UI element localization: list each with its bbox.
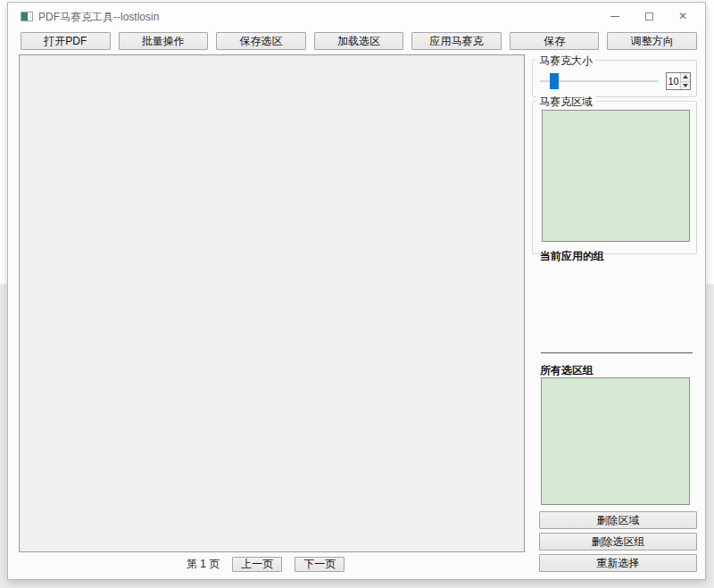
mosaic-size-slider[interactable] bbox=[540, 71, 659, 91]
close-button[interactable]: ✕ bbox=[666, 3, 700, 29]
spin-down-icon bbox=[683, 84, 688, 87]
spin-up-button[interactable] bbox=[681, 73, 690, 81]
mosaic-area-label: 马赛克区域 bbox=[536, 95, 595, 110]
minimize-button[interactable] bbox=[598, 3, 632, 29]
title-bar: PDF马赛克工具--lostlosin ✕ bbox=[8, 3, 705, 29]
maximize-icon bbox=[645, 12, 653, 21]
slider-handle[interactable] bbox=[550, 73, 559, 89]
mosaic-size-value: 10 bbox=[667, 73, 680, 89]
page-indicator: 第 1 页 bbox=[187, 557, 220, 572]
spinner-arrows bbox=[680, 73, 690, 89]
minimize-icon bbox=[610, 16, 619, 17]
batch-operation-button[interactable]: 批量操作 bbox=[119, 32, 209, 50]
delete-group-button[interactable]: 删除选区组 bbox=[539, 533, 697, 551]
selection-groups-list[interactable] bbox=[541, 377, 690, 505]
apply-mosaic-button[interactable]: 应用马赛克 bbox=[411, 32, 502, 50]
save-selection-button[interactable]: 保存选区 bbox=[216, 32, 306, 50]
window-controls: ✕ bbox=[598, 3, 700, 29]
load-selection-button[interactable]: 加载选区 bbox=[314, 32, 404, 50]
pdf-preview-canvas[interactable] bbox=[19, 54, 525, 552]
mosaic-size-spinbox[interactable]: 10 bbox=[666, 72, 691, 90]
spin-up-icon bbox=[683, 75, 688, 79]
save-button[interactable]: 保存 bbox=[510, 32, 600, 50]
spin-down-button[interactable] bbox=[681, 81, 690, 90]
adjust-orientation-button[interactable]: 调整方向 bbox=[607, 32, 697, 50]
toolbar: 打开PDF 批量操作 保存选区 加载选区 应用马赛克 保存 调整方向 bbox=[21, 32, 697, 50]
app-icon bbox=[21, 12, 33, 21]
mosaic-size-group: 马赛克大小 10 bbox=[532, 60, 697, 97]
window-title: PDF马赛克工具--lostlosin bbox=[38, 10, 159, 25]
open-pdf-button[interactable]: 打开PDF bbox=[21, 32, 111, 50]
current-group-label: 当前应用的组 bbox=[540, 249, 604, 264]
mosaic-size-label: 马赛克大小 bbox=[536, 54, 595, 69]
maximize-button[interactable] bbox=[632, 3, 666, 29]
page-navigation: 第 1 页 上一页 下一页 bbox=[187, 557, 345, 572]
panel-divider bbox=[541, 352, 693, 353]
right-panel: 马赛克大小 10 马赛克区域 当前应用的组 所有选区 bbox=[532, 53, 697, 577]
reselect-button[interactable]: 重新选择 bbox=[539, 554, 697, 572]
all-groups-label: 所有选区组 bbox=[540, 363, 594, 378]
delete-area-button[interactable]: 删除区域 bbox=[539, 511, 697, 529]
mosaic-area-list[interactable] bbox=[542, 110, 690, 242]
next-page-button[interactable]: 下一页 bbox=[295, 557, 345, 572]
app-window: PDF马赛克工具--lostlosin ✕ 打开PDF 批量操作 保存选区 加载… bbox=[7, 2, 706, 580]
prev-page-button[interactable]: 上一页 bbox=[232, 557, 282, 572]
close-icon: ✕ bbox=[678, 11, 687, 21]
